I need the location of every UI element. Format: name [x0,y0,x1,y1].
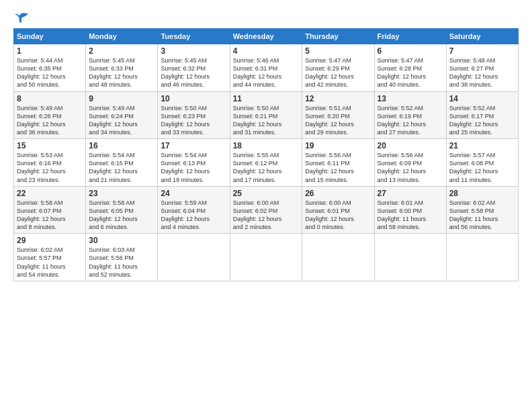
header-cell-tuesday: Tuesday [158,29,230,44]
day-info: Sunrise: 5:49 AM Sunset: 6:26 PM Dayligh… [17,104,83,137]
day-info: Sunrise: 6:03 AM Sunset: 5:56 PM Dayligh… [89,246,154,279]
day-cell: 26Sunrise: 6:00 AM Sunset: 6:01 PM Dayli… [302,186,374,234]
day-number: 24 [161,189,226,198]
day-cell: 7Sunrise: 5:48 AM Sunset: 6:27 PM Daylig… [446,44,518,92]
day-info: Sunrise: 5:47 AM Sunset: 6:28 PM Dayligh… [378,56,443,89]
day-info: Sunrise: 5:58 AM Sunset: 6:05 PM Dayligh… [89,199,154,232]
day-cell: 2Sunrise: 5:45 AM Sunset: 6:33 PM Daylig… [86,44,158,92]
day-number: 26 [305,189,371,198]
week-row-5: 29Sunrise: 6:02 AM Sunset: 5:57 PM Dayli… [14,234,519,281]
day-cell: 6Sunrise: 5:47 AM Sunset: 6:28 PM Daylig… [374,44,446,92]
header-cell-thursday: Thursday [302,29,374,44]
day-cell: 18Sunrise: 5:55 AM Sunset: 6:12 PM Dayli… [230,139,302,187]
day-info: Sunrise: 5:48 AM Sunset: 6:27 PM Dayligh… [449,56,515,89]
day-cell: 25Sunrise: 6:00 AM Sunset: 6:02 PM Dayli… [230,186,302,234]
day-info: Sunrise: 5:58 AM Sunset: 6:07 PM Dayligh… [17,199,83,232]
day-info: Sunrise: 5:46 AM Sunset: 6:31 PM Dayligh… [233,56,299,89]
day-info: Sunrise: 6:00 AM Sunset: 6:01 PM Dayligh… [305,199,371,232]
day-number: 3 [161,46,226,56]
day-cell: 12Sunrise: 5:51 AM Sunset: 6:20 PM Dayli… [302,91,374,139]
day-cell [230,234,302,281]
day-cell: 17Sunrise: 5:54 AM Sunset: 6:13 PM Dayli… [158,139,230,187]
day-number: 21 [449,141,515,150]
calendar-page: SundayMondayTuesdayWednesdayThursdayFrid… [0,0,532,411]
day-cell: 15Sunrise: 5:53 AM Sunset: 6:16 PM Dayli… [14,139,86,187]
header-row: SundayMondayTuesdayWednesdayThursdayFrid… [14,29,519,44]
day-info: Sunrise: 5:55 AM Sunset: 6:12 PM Dayligh… [233,151,299,184]
day-cell: 16Sunrise: 5:54 AM Sunset: 6:15 PM Dayli… [86,139,158,187]
header-cell-wednesday: Wednesday [230,29,302,44]
header [13,11,519,23]
day-number: 19 [305,141,371,150]
day-info: Sunrise: 6:02 AM Sunset: 5:57 PM Dayligh… [17,246,83,279]
day-info: Sunrise: 5:59 AM Sunset: 6:04 PM Dayligh… [161,199,226,232]
day-info: Sunrise: 5:49 AM Sunset: 6:24 PM Dayligh… [89,104,154,137]
week-row-1: 1Sunrise: 5:44 AM Sunset: 6:35 PM Daylig… [14,44,519,92]
header-cell-saturday: Saturday [446,29,518,44]
day-cell: 3Sunrise: 5:45 AM Sunset: 6:32 PM Daylig… [158,44,230,92]
day-number: 20 [378,141,443,150]
day-info: Sunrise: 5:44 AM Sunset: 6:35 PM Dayligh… [17,56,83,89]
week-row-3: 15Sunrise: 5:53 AM Sunset: 6:16 PM Dayli… [14,139,519,187]
day-number: 11 [233,94,299,103]
logo-text [13,11,28,23]
day-number: 30 [89,236,154,245]
day-cell: 29Sunrise: 6:02 AM Sunset: 5:57 PM Dayli… [14,234,86,281]
day-number: 13 [378,94,443,103]
day-cell: 28Sunrise: 6:02 AM Sunset: 5:58 PM Dayli… [446,186,518,234]
day-number: 2 [89,46,154,56]
day-info: Sunrise: 5:45 AM Sunset: 6:32 PM Dayligh… [161,56,226,89]
day-info: Sunrise: 5:53 AM Sunset: 6:16 PM Dayligh… [17,151,83,184]
day-info: Sunrise: 5:56 AM Sunset: 6:09 PM Dayligh… [378,151,443,184]
day-number: 9 [89,94,154,103]
day-number: 12 [305,94,371,103]
day-info: Sunrise: 6:01 AM Sunset: 6:00 PM Dayligh… [378,199,443,232]
day-info: Sunrise: 5:47 AM Sunset: 6:29 PM Dayligh… [305,56,371,89]
day-cell [446,234,518,281]
day-cell: 5Sunrise: 5:47 AM Sunset: 6:29 PM Daylig… [302,44,374,92]
day-info: Sunrise: 5:51 AM Sunset: 6:20 PM Dayligh… [305,104,371,137]
header-cell-sunday: Sunday [14,29,86,44]
day-number: 10 [161,94,226,103]
week-row-4: 22Sunrise: 5:58 AM Sunset: 6:07 PM Dayli… [14,186,519,234]
day-cell [302,234,374,281]
day-number: 29 [17,236,83,245]
day-info: Sunrise: 5:56 AM Sunset: 6:11 PM Dayligh… [305,151,371,184]
day-number: 22 [17,189,83,198]
day-cell: 23Sunrise: 5:58 AM Sunset: 6:05 PM Dayli… [86,186,158,234]
day-number: 25 [233,189,299,198]
logo [13,11,28,23]
day-number: 8 [17,94,83,103]
day-cell [374,234,446,281]
day-cell: 27Sunrise: 6:01 AM Sunset: 6:00 PM Dayli… [374,186,446,234]
week-row-2: 8Sunrise: 5:49 AM Sunset: 6:26 PM Daylig… [14,91,519,139]
day-info: Sunrise: 5:50 AM Sunset: 6:23 PM Dayligh… [161,104,226,137]
day-cell: 21Sunrise: 5:57 AM Sunset: 6:08 PM Dayli… [446,139,518,187]
day-number: 5 [305,46,371,56]
day-cell: 22Sunrise: 5:58 AM Sunset: 6:07 PM Dayli… [14,186,86,234]
day-info: Sunrise: 5:52 AM Sunset: 6:19 PM Dayligh… [378,104,443,137]
day-cell [158,234,230,281]
logo-bird-icon [15,11,28,23]
day-cell: 30Sunrise: 6:03 AM Sunset: 5:56 PM Dayli… [86,234,158,281]
day-cell: 20Sunrise: 5:56 AM Sunset: 6:09 PM Dayli… [374,139,446,187]
header-cell-monday: Monday [86,29,158,44]
day-number: 7 [449,46,515,56]
calendar-table: SundayMondayTuesdayWednesdayThursdayFrid… [13,28,519,281]
day-cell: 1Sunrise: 5:44 AM Sunset: 6:35 PM Daylig… [14,44,86,92]
day-info: Sunrise: 6:02 AM Sunset: 5:58 PM Dayligh… [449,199,515,232]
day-number: 16 [89,141,154,150]
day-info: Sunrise: 5:45 AM Sunset: 6:33 PM Dayligh… [89,56,154,89]
day-number: 18 [233,141,299,150]
day-cell: 4Sunrise: 5:46 AM Sunset: 6:31 PM Daylig… [230,44,302,92]
day-cell: 13Sunrise: 5:52 AM Sunset: 6:19 PM Dayli… [374,91,446,139]
day-info: Sunrise: 5:52 AM Sunset: 6:17 PM Dayligh… [449,104,515,137]
day-info: Sunrise: 5:57 AM Sunset: 6:08 PM Dayligh… [449,151,515,184]
day-number: 23 [89,189,154,198]
day-cell: 11Sunrise: 5:50 AM Sunset: 6:21 PM Dayli… [230,91,302,139]
day-number: 27 [378,189,443,198]
day-number: 14 [449,94,515,103]
day-cell: 19Sunrise: 5:56 AM Sunset: 6:11 PM Dayli… [302,139,374,187]
day-info: Sunrise: 5:54 AM Sunset: 6:13 PM Dayligh… [161,151,226,184]
day-number: 4 [233,46,299,56]
